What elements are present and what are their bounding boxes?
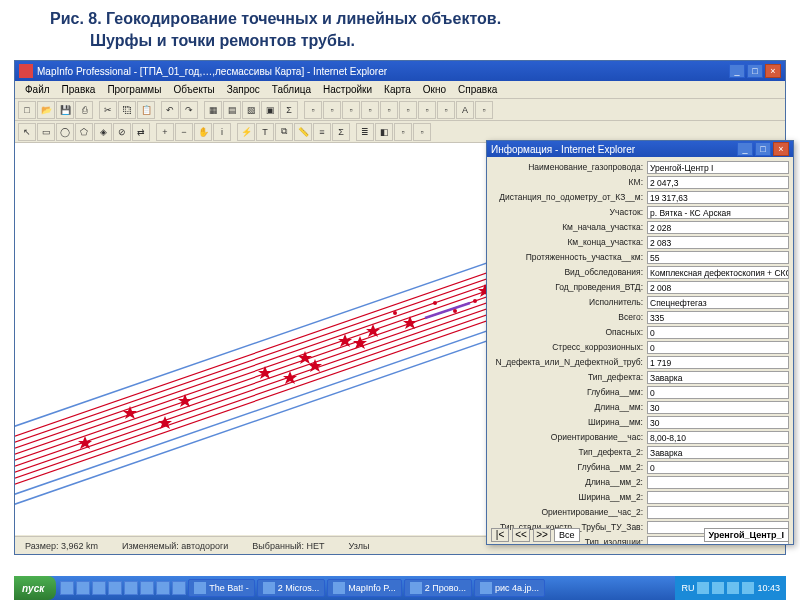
- task-item[interactable]: 2 Micros...: [257, 579, 326, 597]
- text-icon[interactable]: A: [456, 101, 474, 119]
- info-tool-icon[interactable]: i: [213, 123, 231, 141]
- tool-h-icon[interactable]: ▫: [437, 101, 455, 119]
- info-maximize-button[interactable]: □: [755, 142, 771, 156]
- tray-icon[interactable]: [727, 582, 739, 594]
- info-value[interactable]: 335: [647, 311, 789, 324]
- tool-j-icon[interactable]: ▫: [394, 123, 412, 141]
- paste-icon[interactable]: 📋: [137, 101, 155, 119]
- nav-first-button[interactable]: |<: [491, 528, 509, 542]
- tray-icon[interactable]: [697, 582, 709, 594]
- info-value[interactable]: 0: [647, 461, 789, 474]
- menu-edit[interactable]: Правка: [56, 82, 102, 97]
- tray-icon[interactable]: [712, 582, 724, 594]
- ruler-icon[interactable]: 📏: [294, 123, 312, 141]
- quicklaunch-icon[interactable]: [76, 581, 90, 595]
- info-value[interactable]: 2 008: [647, 281, 789, 294]
- maximize-button[interactable]: □: [747, 64, 763, 78]
- info-value[interactable]: [647, 476, 789, 489]
- layout-icon[interactable]: ▣: [261, 101, 279, 119]
- tool-g-icon[interactable]: ▫: [418, 101, 436, 119]
- task-item[interactable]: рис 4а.jp...: [474, 579, 545, 597]
- info-value[interactable]: Спецнефтегаз: [647, 296, 789, 309]
- tool-a-icon[interactable]: ▫: [304, 101, 322, 119]
- task-item[interactable]: The Bat! -: [188, 579, 255, 597]
- print-icon[interactable]: ⎙: [75, 101, 93, 119]
- menu-query[interactable]: Запрос: [221, 82, 266, 97]
- clock[interactable]: 10:43: [757, 583, 780, 593]
- open-icon[interactable]: 📂: [37, 101, 55, 119]
- layer-control-icon[interactable]: ≣: [356, 123, 374, 141]
- quicklaunch-icon[interactable]: [108, 581, 122, 595]
- info-value[interactable]: 55: [647, 251, 789, 264]
- clip-icon[interactable]: ◧: [375, 123, 393, 141]
- info-value[interactable]: Заварка: [647, 371, 789, 384]
- info-value[interactable]: Заварка: [647, 446, 789, 459]
- cut-icon[interactable]: ✂: [99, 101, 117, 119]
- info-value[interactable]: 0: [647, 386, 789, 399]
- hotlink-icon[interactable]: ⚡: [237, 123, 255, 141]
- nav-prev-button[interactable]: <<: [512, 528, 530, 542]
- info-value[interactable]: 2 083: [647, 236, 789, 249]
- tool-e-icon[interactable]: ▫: [380, 101, 398, 119]
- zoom-in-icon[interactable]: +: [156, 123, 174, 141]
- polygon-select-icon[interactable]: ⬠: [75, 123, 93, 141]
- map-window-icon[interactable]: ▦: [204, 101, 222, 119]
- select-tool-icon[interactable]: ↖: [18, 123, 36, 141]
- tool-d-icon[interactable]: ▫: [361, 101, 379, 119]
- lang-indicator[interactable]: RU: [681, 583, 694, 593]
- quicklaunch-icon[interactable]: [124, 581, 138, 595]
- undo-icon[interactable]: ↶: [161, 101, 179, 119]
- drag-window-icon[interactable]: ⧉: [275, 123, 293, 141]
- menu-programs[interactable]: Программы: [101, 82, 167, 97]
- info-value[interactable]: 30: [647, 416, 789, 429]
- stats-icon[interactable]: Σ: [332, 123, 350, 141]
- browser-icon[interactable]: ▤: [223, 101, 241, 119]
- quicklaunch-icon[interactable]: [60, 581, 74, 595]
- info-value[interactable]: 0: [647, 341, 789, 354]
- label-icon[interactable]: T: [256, 123, 274, 141]
- info-value[interactable]: 8,00-8,10: [647, 431, 789, 444]
- radius-select-icon[interactable]: ◯: [56, 123, 74, 141]
- copy-icon[interactable]: ⿻: [118, 101, 136, 119]
- tray-icon[interactable]: [742, 582, 754, 594]
- info-value[interactable]: 30: [647, 401, 789, 414]
- graph-icon[interactable]: ▧: [242, 101, 260, 119]
- task-item[interactable]: MapInfo P...: [327, 579, 401, 597]
- close-button[interactable]: ×: [765, 64, 781, 78]
- quicklaunch-icon[interactable]: [156, 581, 170, 595]
- redo-icon[interactable]: ↷: [180, 101, 198, 119]
- redistrict-icon[interactable]: Σ: [280, 101, 298, 119]
- marquee-icon[interactable]: ▭: [37, 123, 55, 141]
- quicklaunch-icon[interactable]: [172, 581, 186, 595]
- quicklaunch-icon[interactable]: [92, 581, 106, 595]
- new-icon[interactable]: □: [18, 101, 36, 119]
- info-value[interactable]: Комплексная дефектоскопия + СКС: [647, 266, 789, 279]
- info-close-button[interactable]: ×: [773, 142, 789, 156]
- menu-file[interactable]: Файл: [19, 82, 56, 97]
- minimize-button[interactable]: _: [729, 64, 745, 78]
- unselect-icon[interactable]: ⊘: [113, 123, 131, 141]
- menu-window[interactable]: Окно: [417, 82, 452, 97]
- menu-table[interactable]: Таблица: [266, 82, 317, 97]
- task-item[interactable]: 2 Прово...: [404, 579, 472, 597]
- invert-icon[interactable]: ⇄: [132, 123, 150, 141]
- save-icon[interactable]: 💾: [56, 101, 74, 119]
- tool-i-icon[interactable]: ▫: [475, 101, 493, 119]
- info-value[interactable]: 19 317,63: [647, 191, 789, 204]
- info-value[interactable]: 1 719: [647, 356, 789, 369]
- quicklaunch-icon[interactable]: [140, 581, 154, 595]
- info-value[interactable]: Уренгой-Центр I: [647, 161, 789, 174]
- zoom-out-icon[interactable]: −: [175, 123, 193, 141]
- menu-objects[interactable]: Объекты: [167, 82, 220, 97]
- tool-b-icon[interactable]: ▫: [323, 101, 341, 119]
- start-button[interactable]: пуск: [14, 576, 56, 600]
- info-value[interactable]: [647, 506, 789, 519]
- nav-next-button[interactable]: >>: [533, 528, 551, 542]
- info-value[interactable]: 0: [647, 326, 789, 339]
- grabber-icon[interactable]: ✋: [194, 123, 212, 141]
- boundary-select-icon[interactable]: ◈: [94, 123, 112, 141]
- info-value[interactable]: 2 047,3: [647, 176, 789, 189]
- tool-k-icon[interactable]: ▫: [413, 123, 431, 141]
- menu-settings[interactable]: Настройки: [317, 82, 378, 97]
- info-value[interactable]: [647, 491, 789, 504]
